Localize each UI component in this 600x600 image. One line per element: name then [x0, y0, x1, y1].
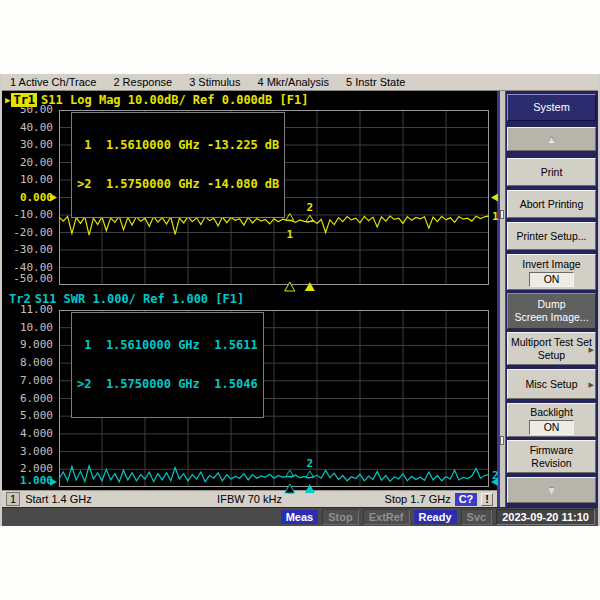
softkey-backlight-button[interactable]: Backlight ON	[507, 403, 596, 437]
marker-2-number-label: 2	[307, 201, 314, 214]
tr2-marker-readout: 1 1.5610000 GHz 1.5611 >2 1.5750000 GHz …	[71, 312, 264, 418]
softkey-label: Firmware	[530, 444, 574, 457]
screenshot-page: 1 Active Ch/Trace 2 Response 3 Stimulus …	[0, 0, 600, 600]
softkey-label: Screen Image...	[514, 311, 588, 324]
y-axis-tick-label: 30.00	[3, 139, 53, 151]
y-axis-tick-label: -20.00	[3, 227, 53, 239]
y-axis-tick-label: 6.000	[3, 393, 53, 405]
gutter-tick	[500, 436, 504, 445]
softkey-label: Abort Printing	[520, 198, 584, 211]
marker-1-symbol-icon[interactable]	[286, 470, 294, 477]
softkey-label: Revision	[531, 457, 571, 470]
invert-image-state-value: ON	[529, 272, 575, 287]
tr1-marker2-readout-row: >2 1.5750000 GHz -14.080 dB	[77, 178, 279, 191]
softkey-dump-screen-image-button[interactable]: Dump Screen Image...	[507, 293, 596, 329]
cal-status-badge: C?	[455, 493, 478, 506]
y-axis-tick-label: 7.000	[3, 375, 53, 387]
y-axis-tick-label: 40.00	[3, 122, 53, 134]
y-axis-tick-label: -10.00	[3, 209, 53, 221]
channel-number-badge: 1	[6, 492, 20, 506]
menu-mkr-analysis[interactable]: 4 Mkr/Analysis	[257, 76, 329, 88]
marker-1-number-label: 1	[286, 228, 293, 241]
softkey-print-button[interactable]: Print	[507, 158, 596, 186]
status-datetime: 2023-09-20 11:10	[496, 509, 595, 525]
main-area: ▶ Tr1 S11 Log Mag 10.00dB/ Ref 0.000dB […	[2, 91, 598, 507]
softkey-multiport-test-set-setup-button[interactable]: Multiport Test Set Setup ▶	[507, 332, 596, 365]
start-frequency-label: Start 1.4 GHz	[25, 493, 92, 505]
ifbw-label: IFBW 70 kHz	[217, 493, 282, 505]
softkey-label: Dump	[537, 298, 565, 311]
tr1-marker1-readout-row: 1 1.5610000 GHz -13.225 dB	[77, 139, 279, 152]
alert-indicator: !	[481, 493, 493, 506]
gutter-tick	[500, 210, 504, 219]
y-axis-tick-label: 50.00	[3, 104, 53, 116]
softkey-panel: System ▲ Print Abort Printing Printer Se…	[497, 91, 598, 507]
menu-bar: 1 Active Ch/Trace 2 Response 3 Stimulus …	[2, 74, 598, 91]
analyzer-screen: 1 Active Ch/Trace 2 Response 3 Stimulus …	[0, 74, 600, 526]
softkey-label: Print	[541, 166, 563, 179]
status-ready: Ready	[414, 510, 457, 524]
y-axis-tick-label: 4.000	[3, 428, 53, 440]
tr2-chart: 1 1.5610000 GHz 1.5611 >2 1.5750000 GHz …	[59, 310, 489, 487]
marker-2-stimulus-indicator-icon	[305, 484, 315, 493]
submenu-arrow-icon: ▶	[589, 378, 594, 391]
stop-frequency-label: Stop 1.7 GHz	[385, 493, 451, 505]
softkey-label: Misc Setup	[526, 378, 578, 391]
channel-status-bar: 1 Start 1.4 GHz IFBW 70 kHz Stop 1.7 GHz…	[2, 490, 497, 507]
y-axis-tick-label: -50.00	[3, 273, 53, 285]
status-extref: ExtRef	[363, 509, 410, 525]
status-svc: Svc	[461, 509, 493, 525]
y-axis-tick-label: 10.00	[3, 174, 53, 186]
softkey-scroll-up-button[interactable]: ▲	[507, 127, 596, 151]
trace-number-end-label: 1	[492, 210, 499, 223]
softkey-invert-image-button[interactable]: Invert Image ON	[507, 254, 596, 290]
y-axis-tick-label: 10.00	[3, 322, 53, 334]
trace2-header-text: S11 SWR 1.000/ Ref 1.000 [F1]	[35, 292, 245, 306]
softkey-label: Setup	[538, 349, 565, 362]
marker-2-number-label: 2	[307, 457, 314, 470]
menu-active-ch-trace[interactable]: 1 Active Ch/Trace	[10, 76, 96, 88]
softkey-label: Printer Setup...	[516, 230, 586, 243]
trace1-header-text: S11 Log Mag 10.00dB/ Ref 0.000dB [F1]	[41, 93, 308, 107]
marker-1-stimulus-indicator-icon	[285, 282, 295, 291]
softkey-menu-title-label: System	[533, 101, 570, 114]
softkey-printer-setup-button[interactable]: Printer Setup...	[507, 222, 596, 250]
tr2-marker1-readout-row: 1 1.5610000 GHz 1.5611	[77, 339, 258, 352]
trace-number-end-label: 2	[492, 469, 499, 482]
y-axis-tick-label: 9.000	[3, 339, 53, 351]
softkey-firmware-revision-button[interactable]: Firmware Revision	[507, 440, 596, 473]
tr1-chart: 1 1.5610000 GHz -13.225 dB >2 1.5750000 …	[59, 110, 489, 285]
y-axis-tick-label: -30.00	[3, 244, 53, 256]
softkey-scroll-down-button[interactable]: ▼	[507, 477, 596, 503]
y-axis-tick-label: 0.000	[3, 192, 53, 204]
softkey-label: Multiport Test Set	[511, 336, 592, 349]
tr2-marker2-readout-row: >2 1.5750000 GHz 1.5046	[77, 378, 258, 391]
softkey-gutter	[500, 91, 506, 507]
scroll-down-icon: ▼	[547, 486, 556, 495]
backlight-state-value: ON	[529, 420, 575, 435]
y-axis-tick-label: 11.00	[3, 304, 53, 316]
scroll-up-icon: ▲	[547, 135, 556, 144]
y-axis-tick-label: 8.000	[3, 357, 53, 369]
y-axis-tick-label: 20.00	[3, 157, 53, 169]
softkey-label: Invert Image	[522, 258, 580, 271]
softkey-misc-setup-button[interactable]: Misc Setup ▶	[507, 369, 596, 399]
channel-bar-right-group: Stop 1.7 GHz C? !	[385, 493, 493, 506]
softkey-label: Backlight	[530, 406, 573, 419]
y-axis-tick-label: 5.000	[3, 410, 53, 422]
y-axis-tick-label: 3.000	[3, 446, 53, 458]
softkey-abort-printing-button[interactable]: Abort Printing	[507, 190, 596, 218]
menu-stimulus[interactable]: 3 Stimulus	[189, 76, 240, 88]
menu-response[interactable]: 2 Response	[113, 76, 172, 88]
status-stop: Stop	[322, 509, 358, 525]
softkey-menu-title-system: System	[507, 94, 596, 121]
submenu-arrow-icon: ▶	[589, 342, 594, 355]
ref-level-arrow-right-icon	[491, 194, 498, 202]
instrument-status-bar: Meas Stop ExtRef Ready Svc 2023-09-20 11…	[2, 507, 598, 526]
status-meas: Meas	[281, 510, 319, 524]
marker-2-stimulus-indicator-icon	[305, 282, 315, 291]
tr1-marker-readout: 1 1.5610000 GHz -13.225 dB >2 1.5750000 …	[71, 112, 285, 218]
menu-instr-state[interactable]: 5 Instr State	[346, 76, 405, 88]
graph-area: ▶ Tr1 S11 Log Mag 10.00dB/ Ref 0.000dB […	[2, 91, 497, 507]
y-axis-tick-label: 1.000	[3, 475, 53, 487]
